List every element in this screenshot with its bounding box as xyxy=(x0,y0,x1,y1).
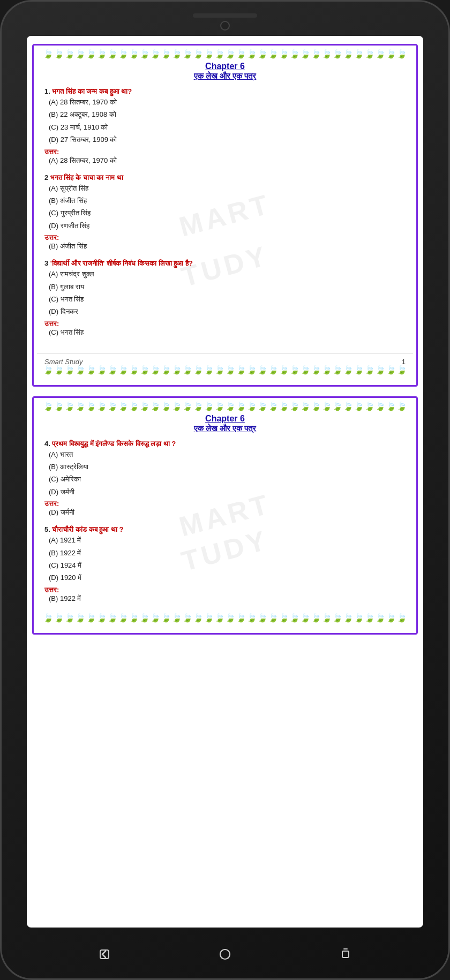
svg-point-1 xyxy=(220,949,230,959)
question-4: 4. प्रथम विश्वयुद्ध में इंगलैण्ड किसके व… xyxy=(44,439,406,517)
bottom-border-page1: 🍃🍃🍃🍃🍃🍃🍃🍃🍃🍃🍃🍃🍃🍃🍃🍃🍃🍃🍃🍃🍃🍃🍃🍃🍃🍃🍃🍃🍃🍃🍃🍃🍃🍃 xyxy=(37,366,413,374)
phone-screen: 🍃🍃🍃🍃🍃🍃🍃🍃🍃🍃🍃🍃🍃🍃🍃🍃🍃🍃🍃🍃🍃🍃🍃🍃🍃🍃🍃🍃🍃🍃🍃🍃🍃🍃 Chapt… xyxy=(27,36,423,928)
page1-header: Chapter 6 एक लेख और एक पत्र xyxy=(37,58,413,83)
q5-answer-label: उत्तर: xyxy=(44,586,406,594)
q2-option-c: (C) गुरप्रीत सिंह xyxy=(44,207,406,219)
q1-option-c: (C) 23 मार्च, 1910 को xyxy=(44,121,406,133)
page-2: 🍃🍃🍃🍃🍃🍃🍃🍃🍃🍃🍃🍃🍃🍃🍃🍃🍃🍃🍃🍃🍃🍃🍃🍃🍃🍃🍃🍃🍃🍃🍃🍃🍃🍃 Chapt… xyxy=(32,396,418,635)
page1-chapter-subtitle: एक लेख और एक पत्र xyxy=(37,71,413,81)
q2-answer-text: (B) अंजीत सिंह xyxy=(44,242,406,251)
q3-option-a: (A) रामचंद्र शुक्ल xyxy=(44,268,406,280)
q4-option-d: (D) जर्मनी xyxy=(44,486,406,498)
q3-answer-label: उत्तर: xyxy=(44,320,406,328)
question-5-text: 5. चौराचौरी कांड कब हुआ था ? xyxy=(44,524,406,534)
q3-option-b: (B) गुलाब राय xyxy=(44,281,406,293)
q3-answer-text: (C) भगत सिंह xyxy=(44,328,406,337)
page-1: 🍃🍃🍃🍃🍃🍃🍃🍃🍃🍃🍃🍃🍃🍃🍃🍃🍃🍃🍃🍃🍃🍃🍃🍃🍃🍃🍃🍃🍃🍃🍃🍃🍃🍃 Chapt… xyxy=(32,44,418,387)
q4-answer-text: (D) जर्मनी xyxy=(44,508,406,517)
question-1: 1. भगत सिंह का जन्म कब हुआ था? (A) 28 सि… xyxy=(44,86,406,165)
phone-frame: 🍃🍃🍃🍃🍃🍃🍃🍃🍃🍃🍃🍃🍃🍃🍃🍃🍃🍃🍃🍃🍃🍃🍃🍃🍃🍃🍃🍃🍃🍃🍃🍃🍃🍃 Chapt… xyxy=(0,0,450,980)
q5-option-a: (A) 1921 में xyxy=(44,534,406,546)
bottom-border-page2: 🍃🍃🍃🍃🍃🍃🍃🍃🍃🍃🍃🍃🍃🍃🍃🍃🍃🍃🍃🍃🍃🍃🍃🍃🍃🍃🍃🍃🍃🍃🍃🍃🍃🍃 xyxy=(37,614,413,622)
page2-chapter-subtitle: एक लेख और एक पत्र xyxy=(37,424,413,433)
page2-header: Chapter 6 एक लेख और एक पत्र xyxy=(37,411,413,435)
q1-option-b: (B) 22 अक्टूबर, 1908 को xyxy=(44,108,406,120)
question-2: 2 भगत सिंह के चाचा का नाम था (A) सुप्रीत… xyxy=(44,172,406,251)
q4-answer-label: उत्तर: xyxy=(44,500,406,508)
q1-answer-label: उत्तर: xyxy=(44,148,406,156)
q3-option-d: (D) दिनकर xyxy=(44,305,406,318)
q4-option-c: (C) अमेरिका xyxy=(44,473,406,485)
question-3: 3 'विद्यार्थी और राजनीति' शीर्षक निबंध क… xyxy=(44,258,406,337)
page1-chapter-title: Chapter 6 xyxy=(37,62,413,71)
q2-answer-label: उत्तर: xyxy=(44,233,406,242)
page1-footer: Smart Study 1 xyxy=(37,353,413,366)
q4-option-b: (B) आस्ट्रेलिया xyxy=(44,461,406,473)
page2-questions: 4. प्रथम विश्वयुद्ध में इंगलैण्ड किसके व… xyxy=(37,435,413,614)
phone-speaker xyxy=(193,13,257,18)
page1-number: 1 xyxy=(402,358,406,366)
q1-option-d: (D) 27 सितम्बर, 1909 को xyxy=(44,133,406,146)
top-border-page1: 🍃🍃🍃🍃🍃🍃🍃🍃🍃🍃🍃🍃🍃🍃🍃🍃🍃🍃🍃🍃🍃🍃🍃🍃🍃🍃🍃🍃🍃🍃🍃🍃🍃🍃 xyxy=(37,50,413,58)
page1-questions: 1. भगत सिंह का जन्म कब हुआ था? (A) 28 सि… xyxy=(37,83,413,348)
page1-brand: Smart Study xyxy=(44,358,83,366)
question-5: 5. चौराचौरी कांड कब हुआ था ? (A) 1921 मे… xyxy=(44,524,406,603)
nav-home-button[interactable] xyxy=(215,945,235,964)
q5-option-b: (B) 1922 में xyxy=(44,547,406,559)
q3-option-c: (C) भगत सिंह xyxy=(44,293,406,305)
phone-nav-bar xyxy=(2,936,448,973)
question-2-text: 2 भगत सिंह के चाचा का नाम था xyxy=(44,172,406,182)
question-1-text: 1. भगत सिंह का जन्म कब हुआ था? xyxy=(44,86,406,96)
q5-option-d: (D) 1920 में xyxy=(44,571,406,584)
nav-recents-button[interactable] xyxy=(336,945,355,964)
q2-option-b: (B) अंजीत सिंह xyxy=(44,194,406,207)
question-4-text: 4. प्रथम विश्वयुद्ध में इंगलैण्ड किसके व… xyxy=(44,439,406,448)
nav-back-button[interactable] xyxy=(95,945,114,964)
svg-rect-2 xyxy=(342,951,349,958)
top-border-page2: 🍃🍃🍃🍃🍃🍃🍃🍃🍃🍃🍃🍃🍃🍃🍃🍃🍃🍃🍃🍃🍃🍃🍃🍃🍃🍃🍃🍃🍃🍃🍃🍃🍃🍃 xyxy=(37,402,413,411)
q1-option-a: (A) 28 सितम्बर, 1970 को xyxy=(44,96,406,108)
q5-option-c: (C) 1924 में xyxy=(44,559,406,571)
question-3-text: 3 'विद्यार्थी और राजनीति' शीर्षक निबंध क… xyxy=(44,258,406,268)
phone-camera xyxy=(220,21,230,31)
q1-answer-text: (A) 28 सितम्बर, 1970 को xyxy=(44,156,406,165)
q2-option-a: (A) सुप्रीत सिंह xyxy=(44,182,406,194)
q5-answer-text: (B) 1922 में xyxy=(44,594,406,603)
q2-option-d: (D) रणजीत सिंह xyxy=(44,220,406,232)
page2-chapter-title: Chapter 6 xyxy=(37,414,413,424)
q4-option-a: (A) भारत xyxy=(44,448,406,461)
